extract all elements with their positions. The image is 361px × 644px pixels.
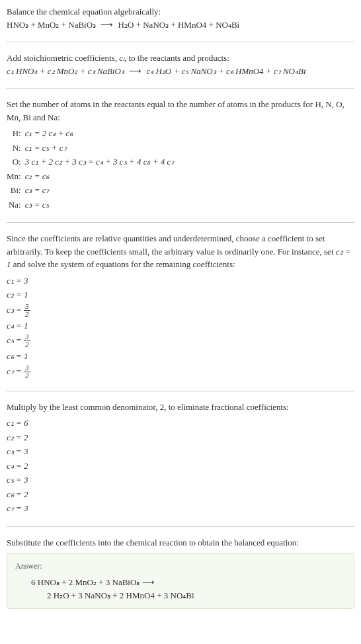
- eq2-rhs: c₄ H₂O + c₅ NaNO₃ + c₆ HMnO4 + c₇ NO₄Bi: [146, 66, 305, 76]
- coeff-row: c₃ = 3: [7, 444, 354, 459]
- coeff-row: c₇ = 3: [7, 501, 354, 516]
- section-substitute: Substitute the coefficients into the che…: [7, 536, 354, 610]
- answer-label: Answer:: [15, 560, 346, 572]
- section-atom-equations: Set the number of atoms in the reactants…: [7, 98, 354, 223]
- coeff-row: c₆ = 1: [7, 349, 354, 364]
- coeff-val: 1: [24, 290, 28, 300]
- row-eq: c₃ = c₅: [25, 198, 179, 212]
- section4-intro: Since the coefficients are relative quan…: [7, 232, 354, 271]
- frac-den: 2: [24, 372, 30, 380]
- frac-num: 3: [24, 303, 30, 311]
- eq1-lhs: HNO₃ + MnO₂ + NaBiO₃: [7, 20, 96, 30]
- fraction: 32: [24, 303, 30, 318]
- eq2-lhs: c₁ HNO₃ + c₂ MnO₂ + c₃ NaBiO₃: [7, 66, 124, 76]
- table-row: Mn:c₂ = c₆: [7, 169, 178, 184]
- coeff-row: c₅ = 32: [7, 333, 354, 349]
- table-row: H:c₁ = 2 c₄ + c₆: [7, 126, 178, 141]
- coeff-lhs: c₄ =: [7, 321, 22, 331]
- frac-den: 2: [24, 341, 30, 348]
- coeff-lhs: c₅ =: [7, 335, 22, 345]
- arrow-icon: ⟶: [100, 19, 113, 32]
- section1-equation: HNO₃ + MnO₂ + NaBiO₃ ⟶ H₂O + NaNO₃ + HMn…: [7, 19, 354, 32]
- row-label: N:: [7, 141, 25, 155]
- arrow-icon: ⟶: [129, 65, 141, 78]
- coeff-row: c₁ = 3: [7, 274, 354, 288]
- row-eq: c₁ = c₅ + c₇: [25, 141, 179, 155]
- frac-den: 2: [24, 311, 30, 318]
- row-label: Mn:: [7, 169, 25, 184]
- coeff-row: c₄ = 2: [7, 459, 354, 473]
- table-row: O:3 c₁ + 2 c₂ + 3 c₃ = c₄ + 3 c₅ + 4 c₆ …: [7, 155, 178, 169]
- fraction: 32: [24, 364, 30, 380]
- section4-intro-part2: and solve the system of equations for th…: [11, 259, 235, 269]
- frac-num: 3: [24, 364, 30, 372]
- answer-equation-line2: 2 H₂O + 3 NaNO₃ + 2 HMnO4 + 3 NO₄Bi: [15, 589, 346, 602]
- section1-title: Balance the chemical equation algebraica…: [7, 5, 354, 19]
- section-solve-coeffs: Since the coefficients are relative quan…: [7, 232, 354, 391]
- answer-box: Answer: 6 HNO₃ + 2 MnO₂ + 3 NaBiO₃ ⟶ 2 H…: [7, 553, 354, 609]
- coeff-val: 3: [24, 276, 28, 286]
- section2-title-part1: Add stoichiometric coefficients,: [7, 53, 119, 63]
- row-label: H:: [7, 126, 25, 141]
- section2-title: Add stoichiometric coefficients, cᵢ, to …: [7, 52, 354, 65]
- table-row: Bi:c₃ = c₇: [7, 183, 178, 198]
- section2-title-part2: , to the reactants and products:: [124, 53, 229, 63]
- coeff-val: 1: [24, 321, 28, 331]
- coeff-row: c₇ = 32: [7, 364, 354, 380]
- row-eq: c₁ = 2 c₄ + c₆: [25, 126, 179, 141]
- atom-equation-table: H:c₁ = 2 c₄ + c₆ N:c₁ = c₅ + c₇ O:3 c₁ +…: [7, 126, 178, 212]
- table-row: N:c₁ = c₅ + c₇: [7, 141, 178, 155]
- coeff-row: c₅ = 3: [7, 473, 354, 487]
- table-row: Na:c₃ = c₅: [7, 198, 178, 212]
- coeff-lhs: c₂ =: [7, 290, 22, 300]
- section2-ci: cᵢ: [119, 53, 124, 63]
- section3-intro: Set the number of atoms in the reactants…: [7, 98, 354, 124]
- section-lcd: Multiply by the least common denominator…: [7, 401, 354, 527]
- coeff-lhs: c₇ =: [7, 366, 22, 376]
- row-label: Na:: [7, 198, 25, 212]
- coeff-lhs: c₃ =: [7, 304, 22, 314]
- answer-equation-line1: 6 HNO₃ + 2 MnO₂ + 3 NaBiO₃ ⟶: [15, 576, 346, 589]
- row-eq: 3 c₁ + 2 c₂ + 3 c₃ = c₄ + 3 c₅ + 4 c₆ + …: [25, 155, 179, 169]
- coeff-val: 1: [24, 351, 28, 361]
- section5-intro: Multiply by the least common denominator…: [7, 401, 354, 414]
- section2-equation: c₁ HNO₃ + c₂ MnO₂ + c₃ NaBiO₃ ⟶ c₄ H₂O +…: [7, 65, 354, 78]
- row-label: O:: [7, 155, 25, 169]
- coeff-lhs: c₆ =: [7, 351, 22, 361]
- coeff-row: c₄ = 1: [7, 319, 354, 333]
- eq1-rhs: H₂O + NaNO₃ + HMnO4 + NO₄Bi: [118, 20, 240, 30]
- section-add-coeffs: Add stoichiometric coefficients, cᵢ, to …: [7, 52, 354, 89]
- section6-intro: Substitute the coefficients into the che…: [7, 536, 354, 549]
- section-balance-intro: Balance the chemical equation algebraica…: [7, 5, 354, 42]
- coeff-list-fractional: c₁ = 3 c₂ = 1 c₃ = 32 c₄ = 1 c₅ = 32 c₆ …: [7, 274, 354, 380]
- row-eq: c₂ = c₆: [25, 169, 179, 184]
- coeff-row: c₁ = 6: [7, 416, 354, 430]
- coeff-list-integer: c₁ = 6 c₂ = 2 c₃ = 3 c₄ = 2 c₅ = 3 c₆ = …: [7, 416, 354, 516]
- coeff-row: c₆ = 2: [7, 487, 354, 502]
- row-eq: c₃ = c₇: [25, 183, 179, 198]
- coeff-row: c₃ = 32: [7, 302, 354, 319]
- coeff-lhs: c₁ =: [7, 276, 22, 286]
- fraction: 32: [24, 333, 30, 348]
- row-label: Bi:: [7, 183, 25, 198]
- coeff-row: c₂ = 2: [7, 430, 354, 445]
- section4-intro-part1: Since the coefficients are relative quan…: [7, 233, 336, 257]
- coeff-row: c₂ = 1: [7, 288, 354, 302]
